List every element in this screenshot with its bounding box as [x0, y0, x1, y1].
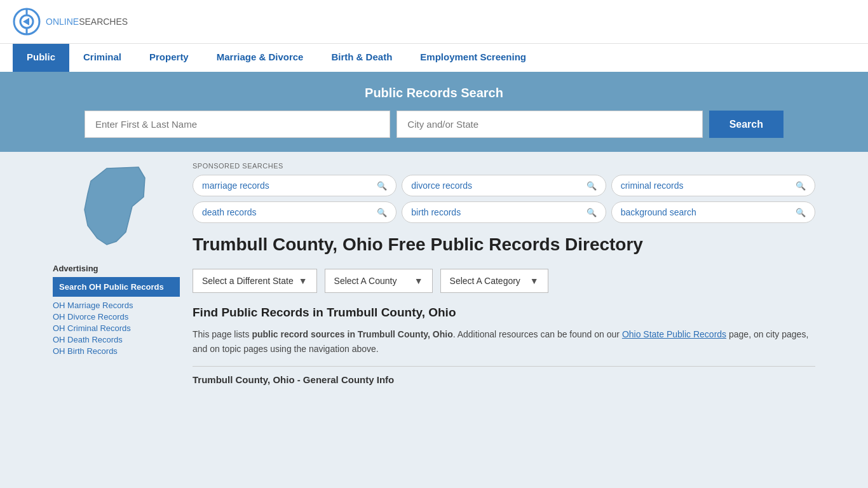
sponsored-item-criminal-label: criminal records	[621, 180, 684, 191]
nav-item-employment[interactable]: Employment Screening	[406, 44, 540, 72]
sponsored-section: SPONSORED SEARCHES marriage records 🔍 di…	[193, 162, 815, 223]
state-dropdown-label: Select a Different State	[202, 276, 294, 286]
sponsored-item-divorce-label: divorce records	[411, 180, 472, 191]
sponsored-item-background-label: background search	[621, 207, 696, 217]
sidebar-link-marriage[interactable]: OH Marriage Records	[53, 301, 180, 310]
advertising-title: Advertising	[53, 264, 180, 273]
search-button[interactable]: Search	[709, 111, 783, 138]
sidebar-link-criminal[interactable]: OH Criminal Records	[53, 323, 180, 333]
logo[interactable]: ONLINESEARCHES	[13, 8, 128, 36]
nav-item-public[interactable]: Public	[13, 44, 69, 72]
sponsored-item-birth-label: birth records	[411, 207, 461, 217]
county-dropdown-label: Select A County	[334, 276, 397, 286]
sponsored-item-death[interactable]: death records 🔍	[193, 201, 397, 223]
nav-item-criminal[interactable]: Criminal	[69, 44, 135, 72]
logo-text: ONLINESEARCHES	[46, 17, 128, 27]
logo-searches-text: SEARCHES	[79, 17, 128, 27]
sidebar-link-divorce[interactable]: OH Divorce Records	[53, 312, 180, 322]
search-icon-background: 🔍	[796, 208, 806, 217]
ohio-state-records-link[interactable]: Ohio State Public Records	[622, 329, 726, 339]
advertising-section: Advertising Search OH Public Records OH …	[53, 264, 180, 356]
find-records-text-after: . Additional resources can be found on o…	[453, 329, 622, 339]
general-info-title: Trumbull County, Ohio - General County I…	[193, 366, 815, 385]
state-chevron-icon: ▼	[299, 276, 308, 286]
nav-item-marriage-divorce[interactable]: Marriage & Divorce	[203, 44, 318, 72]
ohio-state-map	[75, 162, 158, 251]
content-area: SPONSORED SEARCHES marriage records 🔍 di…	[193, 162, 815, 385]
search-icon-marriage: 🔍	[377, 181, 387, 191]
search-icon-divorce: 🔍	[587, 181, 597, 191]
search-form: Search	[85, 111, 783, 138]
logo-icon	[13, 8, 41, 36]
main-nav: Public Criminal Property Marriage & Divo…	[0, 43, 868, 72]
sidebar: Advertising Search OH Public Records OH …	[53, 162, 180, 385]
find-records-title: Find Public Records in Trumbull County, …	[193, 306, 815, 320]
sponsored-item-death-label: death records	[202, 207, 257, 217]
find-records-text-before: This page lists	[193, 329, 252, 339]
category-chevron-icon: ▼	[530, 276, 539, 286]
nav-item-birth-death[interactable]: Birth & Death	[317, 44, 406, 72]
dropdowns-row: Select a Different State ▼ Select A Coun…	[193, 269, 815, 293]
search-icon-criminal: 🔍	[796, 181, 806, 191]
site-header: ONLINESEARCHES	[0, 0, 868, 43]
find-records-section: Find Public Records in Trumbull County, …	[193, 306, 815, 356]
category-dropdown-label: Select A Category	[450, 276, 520, 286]
sponsored-item-background[interactable]: background search 🔍	[611, 201, 815, 223]
sponsored-label: SPONSORED SEARCHES	[193, 162, 815, 170]
sponsored-grid: marriage records 🔍 divorce records 🔍 cri…	[193, 175, 815, 223]
category-dropdown[interactable]: Select A Category ▼	[440, 269, 548, 293]
sponsored-item-divorce[interactable]: divorce records 🔍	[402, 175, 606, 196]
search-icon-death: 🔍	[377, 208, 387, 217]
nav-item-property[interactable]: Property	[135, 44, 203, 72]
page-title-section: Trumbull County, Ohio Free Public Record…	[193, 233, 815, 256]
find-records-text: This page lists public record sources in…	[193, 327, 815, 356]
sidebar-link-birth[interactable]: OH Birth Records	[53, 346, 180, 356]
name-input[interactable]	[85, 111, 390, 138]
location-input[interactable]	[397, 111, 702, 138]
county-chevron-icon: ▼	[414, 276, 423, 286]
svg-marker-4	[23, 18, 29, 25]
find-records-bold: public record sources in Trumbull County…	[252, 329, 452, 339]
logo-online-text: ONLINE	[46, 17, 79, 27]
main-layout: Advertising Search OH Public Records OH …	[40, 152, 828, 395]
sponsored-item-marriage-label: marriage records	[202, 180, 269, 191]
sponsored-item-birth[interactable]: birth records 🔍	[402, 201, 606, 223]
sponsored-item-marriage[interactable]: marriage records 🔍	[193, 175, 397, 196]
search-banner-title: Public Records Search	[19, 86, 849, 100]
page-main-title: Trumbull County, Ohio Free Public Record…	[193, 233, 643, 256]
ohio-map	[53, 162, 180, 251]
ad-highlight[interactable]: Search OH Public Records	[53, 277, 180, 297]
state-dropdown[interactable]: Select a Different State ▼	[193, 269, 317, 293]
search-banner: Public Records Search Search	[0, 72, 868, 152]
county-dropdown[interactable]: Select A County ▼	[325, 269, 433, 293]
sponsored-item-criminal[interactable]: criminal records 🔍	[611, 175, 815, 196]
sidebar-link-death[interactable]: OH Death Records	[53, 335, 180, 344]
search-icon-birth: 🔍	[587, 208, 597, 217]
